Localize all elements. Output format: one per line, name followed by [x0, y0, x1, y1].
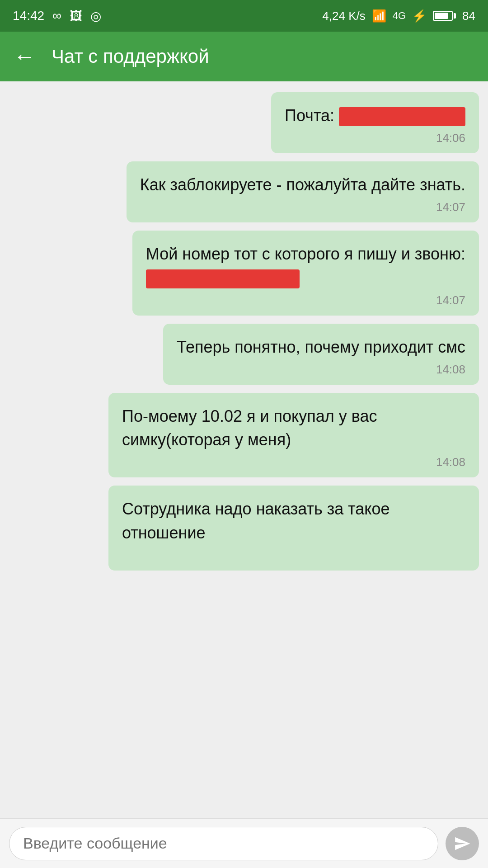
chat-area: Почта: 14:06 Как заблокируете - пожалуйт…	[0, 81, 488, 818]
message-2-text: Как заблокируете - пожалуйта дайте знать…	[140, 173, 465, 197]
message-3-text: Мой номер тот с которого я пишу и звоню:	[146, 242, 465, 289]
input-bar	[0, 818, 488, 868]
data-speed: 4,24 K/s	[322, 9, 365, 23]
infinity-icon: ∞	[52, 9, 61, 23]
network-type: 4G	[393, 10, 406, 22]
message-6-text: Сотрудника надо наказать за такое отноше…	[122, 497, 465, 544]
cast-icon: ◎	[90, 9, 101, 24]
message-4: Теперь понятно, почему приходит смс 14:0…	[163, 324, 479, 385]
message-1-text: Почта:	[285, 104, 465, 127]
message-3: Мой номер тот с которого я пишу и звоню:…	[132, 231, 479, 315]
top-bar: ← Чат с поддержкой	[0, 32, 488, 81]
image-icon: 🖼	[70, 9, 82, 24]
message-input[interactable]	[9, 827, 438, 860]
message-4-text: Теперь понятно, почему приходит смс	[177, 335, 465, 359]
status-time: 14:42	[13, 9, 44, 23]
message-1: Почта: 14:06	[271, 92, 479, 153]
redacted-phone	[146, 269, 300, 288]
battery-indicator	[433, 11, 456, 21]
status-bar: 14:42 ∞ 🖼 ◎ 4,24 K/s 📶 4G ⚡ 84	[0, 0, 488, 32]
message-5: По-моему 10.02 я и покупал у вас симку(к…	[108, 393, 479, 477]
message-2: Как заблокируете - пожалуйта дайте знать…	[127, 161, 479, 222]
status-left: 14:42 ∞ 🖼 ◎	[13, 9, 101, 24]
bolt-icon: ⚡	[412, 9, 427, 23]
message-4-time: 14:08	[177, 363, 465, 377]
message-1-time: 14:06	[285, 131, 465, 145]
message-5-time: 14:08	[122, 455, 465, 469]
message-2-time: 14:07	[140, 200, 465, 214]
redacted-email	[339, 107, 465, 126]
status-right: 4,24 K/s 📶 4G ⚡ 84	[322, 9, 475, 23]
message-5-text: По-моему 10.02 я и покупал у вас симку(к…	[122, 405, 465, 452]
page-title: Чат с поддержкой	[52, 46, 209, 67]
back-button[interactable]: ←	[14, 46, 35, 67]
send-icon	[454, 835, 471, 852]
message-6: Сотрудника надо наказать за такое отноше…	[108, 486, 479, 570]
send-button[interactable]	[446, 827, 479, 860]
signal-icon: 📶	[372, 9, 386, 23]
message-3-time: 14:07	[146, 293, 465, 307]
battery-pct: 84	[462, 9, 475, 23]
